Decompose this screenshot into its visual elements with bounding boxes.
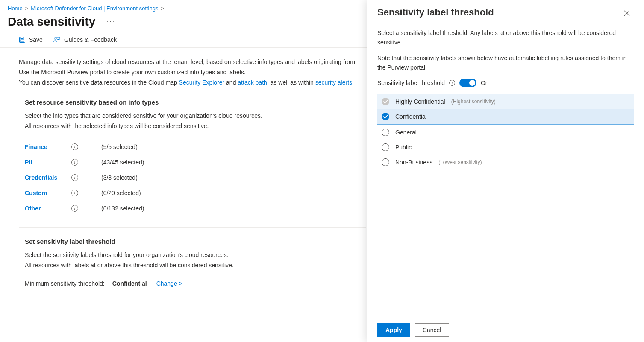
link-security-alerts[interactable]: security alerts xyxy=(315,79,352,86)
link-attack-path[interactable]: attack path xyxy=(238,79,267,86)
sensitivity-label-list: Highly Confidential (Highest sensitivity… xyxy=(377,94,634,170)
infotype-link-other[interactable]: Other xyxy=(25,205,65,212)
sensitivity-label-option[interactable]: Public xyxy=(377,140,634,155)
label-name: Confidential xyxy=(395,113,427,120)
label-hint: (Lowest sensitivity) xyxy=(438,159,482,165)
infotype-link-credentials[interactable]: Credentials xyxy=(25,174,65,181)
breadcrumb-home[interactable]: Home xyxy=(8,5,23,12)
link-security-explorer[interactable]: Security Explorer xyxy=(179,79,225,86)
infotype-row: Custom i (0/20 selected) xyxy=(25,185,366,201)
sensitivity-label-option[interactable]: Confidential xyxy=(377,109,634,125)
label-hint: (Highest sensitivity) xyxy=(451,99,496,105)
cancel-button[interactable]: Cancel xyxy=(415,323,450,337)
section-divider xyxy=(19,227,366,228)
infotype-row: Credentials i (3/3 selected) xyxy=(25,170,366,185)
threshold-toggle[interactable] xyxy=(459,79,476,87)
change-threshold-link[interactable]: Change > xyxy=(156,280,182,287)
threshold-label: Minimum sensitivity threshold: xyxy=(25,280,105,287)
chevron-right-icon: > xyxy=(161,5,164,12)
save-button[interactable]: Save xyxy=(19,36,43,43)
svg-rect-1 xyxy=(21,37,23,39)
radio-icon xyxy=(382,143,389,151)
infotype-link-custom[interactable]: Custom xyxy=(25,190,65,196)
lead-text: Manage data sensitivity settings of clou… xyxy=(19,57,366,88)
info-icon[interactable]: i xyxy=(71,174,78,181)
infotype-row: Other i (0/132 selected) xyxy=(25,201,366,216)
infotype-count: (3/3 selected) xyxy=(101,174,138,181)
guides-label: Guides & Feedback xyxy=(64,36,117,43)
sensitivity-label-option[interactable]: Non-Business (Lowest sensitivity) xyxy=(377,155,634,170)
apply-button[interactable]: Apply xyxy=(377,323,410,337)
threshold-desc: Select the sensitivity labels threshold … xyxy=(25,250,366,271)
panel-desc-1: Select a sensitivity label threshold. An… xyxy=(377,28,634,47)
chevron-right-icon: > xyxy=(25,5,29,12)
infotype-count: (43/45 selected) xyxy=(101,159,144,166)
infotype-link-finance[interactable]: Finance xyxy=(25,143,65,150)
main-content: Manage data sensitivity settings of clou… xyxy=(0,48,385,296)
toggle-state: On xyxy=(481,79,489,86)
info-icon[interactable]: i xyxy=(71,143,78,150)
radio-icon xyxy=(382,113,389,120)
radio-icon xyxy=(382,158,389,166)
label-name: Public xyxy=(395,144,412,151)
info-icon[interactable]: i xyxy=(449,80,455,86)
infotypes-desc: Select the info types that are considere… xyxy=(25,111,366,132)
breadcrumb-defender[interactable]: Microsoft Defender for Cloud | Environme… xyxy=(31,5,158,12)
infotype-count: (0/20 selected) xyxy=(101,190,141,196)
radio-icon xyxy=(382,129,389,136)
info-icon[interactable]: i xyxy=(71,205,78,212)
threshold-heading: Set sensitivity label threshold xyxy=(25,238,366,245)
infotype-link-pii[interactable]: PII xyxy=(25,159,65,166)
info-icon[interactable]: i xyxy=(71,190,78,196)
info-icon[interactable]: i xyxy=(71,159,78,166)
sensitivity-label-option[interactable]: Highly Confidential (Highest sensitivity… xyxy=(377,94,634,109)
save-label: Save xyxy=(29,36,43,43)
infotype-count: (5/5 selected) xyxy=(101,143,138,150)
infotype-row: PII i (43/45 selected) xyxy=(25,155,366,170)
label-name: Highly Confidential xyxy=(395,98,445,105)
threshold-value: Confidential xyxy=(112,280,147,287)
panel-title: Sensitivity label threshold xyxy=(377,7,494,18)
more-button[interactable]: ··· xyxy=(102,15,119,29)
infotype-row: Finance i (5/5 selected) xyxy=(25,139,366,155)
guides-feedback-button[interactable]: Guides & Feedback xyxy=(53,36,117,43)
threshold-panel: Sensitivity label threshold Select a sen… xyxy=(367,0,644,342)
panel-desc-2: Note that the sensitivity labels shown b… xyxy=(377,53,634,73)
toggle-label: Sensitivity label threshold xyxy=(377,79,445,86)
close-icon xyxy=(624,10,630,16)
sensitivity-label-option[interactable]: General xyxy=(377,125,634,140)
person-feedback-icon xyxy=(53,36,61,43)
label-name: General xyxy=(395,129,417,136)
radio-icon xyxy=(382,98,389,105)
svg-rect-2 xyxy=(21,40,24,42)
infotypes-list: Finance i (5/5 selected) PII i (43/45 se… xyxy=(25,139,366,216)
infotype-count: (0/132 selected) xyxy=(101,205,144,212)
svg-point-3 xyxy=(54,38,56,39)
close-button[interactable] xyxy=(620,7,634,20)
label-name: Non-Business xyxy=(395,159,432,166)
page-title: Data sensitivity xyxy=(8,15,95,29)
save-icon xyxy=(19,36,26,43)
infotypes-heading: Set resource sensitivity based on info t… xyxy=(25,99,366,106)
